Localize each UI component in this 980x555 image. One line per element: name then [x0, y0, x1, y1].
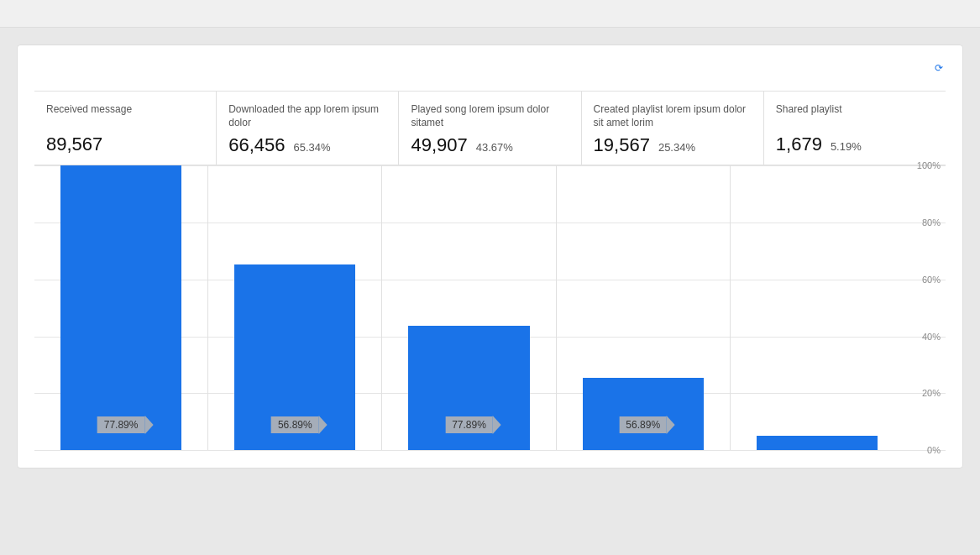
bar-group-1: 56.89%: [208, 165, 382, 450]
bar-3: [583, 378, 704, 450]
funnel-step-3: Created playlist lorem ipsum dolor sit a…: [582, 92, 764, 165]
refresh-icon: ⟳: [935, 62, 943, 74]
bar-group-3: 56.89%: [557, 165, 731, 450]
step-label-1: Downloaded the app lorem ipsum dolor: [228, 103, 386, 129]
bar-0: [60, 165, 181, 450]
step-label-0: Received message: [46, 103, 204, 128]
bar-group-2: 77.89%: [382, 165, 556, 450]
report-container: ⟳ Received message89,567Downloaded the a…: [17, 45, 963, 469]
arrow-label-2: 77.89%: [445, 416, 493, 433]
step-count-0: 89,567: [46, 134, 102, 155]
funnel-step-1: Downloaded the app lorem ipsum dolor66,4…: [217, 92, 399, 165]
recalculate-button[interactable]: ⟳: [935, 62, 946, 74]
step-percent-4: 5.19%: [831, 140, 862, 153]
bar-4: [757, 436, 878, 451]
step-label-2: Played song lorem ipsum dolor sitamet: [411, 103, 569, 129]
step-percent-1: 65.34%: [294, 141, 331, 154]
step-count-3: 19,567: [594, 134, 650, 156]
bar-group-0: 77.89%: [34, 165, 208, 450]
bar-group-4: [731, 165, 904, 450]
step-label-3: Created playlist lorem ipsum dolor sit a…: [594, 103, 752, 129]
arrow-label-0: 77.89%: [97, 416, 145, 433]
step-percent-2: 43.67%: [476, 141, 513, 154]
report-header: ⟳: [34, 62, 946, 74]
arrow-label-1: 56.89%: [271, 416, 319, 433]
step-count-4: 1,679: [776, 134, 822, 155]
funnel-step-2: Played song lorem ipsum dolor sitamet49,…: [399, 92, 581, 165]
funnel-step-4: Shared playlist1,6795.19%: [764, 92, 946, 165]
funnel-step-0: Received message89,567: [34, 92, 217, 165]
arrow-label-3: 56.89%: [619, 416, 667, 433]
gridline: [34, 450, 946, 451]
meta-section: ⟳: [930, 62, 946, 74]
funnel-steps: Received message89,567Downloaded the app…: [34, 91, 946, 165]
step-count-1: 66,456: [228, 134, 285, 156]
page-header: [0, 0, 980, 28]
chart-area: 77.89%56.89%77.89%56.89% 100%80%60%40%20…: [34, 165, 946, 451]
step-count-2: 49,907: [411, 134, 467, 156]
step-percent-3: 25.34%: [658, 141, 695, 154]
bars-container: 77.89%56.89%77.89%56.89%: [34, 165, 946, 450]
step-label-4: Shared playlist: [776, 103, 934, 128]
